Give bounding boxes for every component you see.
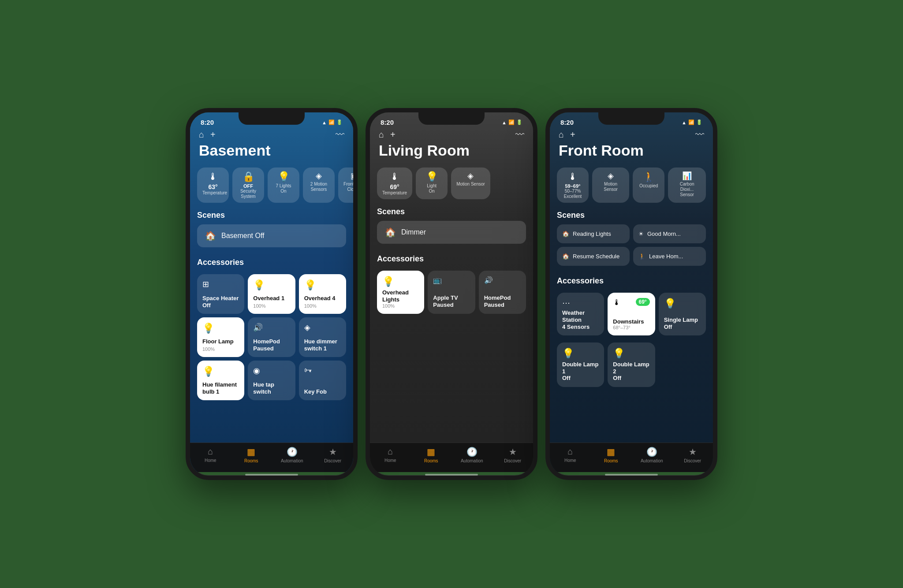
chip-motion-basement[interactable]: ◈ 2 MotionSensors <box>303 167 335 203</box>
tab-automation-basement[interactable]: 🕐 Automation <box>272 447 313 463</box>
accessories-section-living: Accessories <box>370 250 533 271</box>
room-nav-front: ⌂ + 〰 <box>559 130 704 140</box>
time-front: 8:20 <box>560 119 574 126</box>
acc-single-lamp[interactable]: 💡 Single LampOff <box>659 293 706 335</box>
acc-apple-tv[interactable]: 📺 Apple TVPaused <box>428 271 475 313</box>
home-icon-basement[interactable]: ⌂ <box>199 130 204 140</box>
acc-double-lamp1[interactable]: 💡 Double Lamp 1Off <box>557 342 604 387</box>
chip-temp-basement[interactable]: 🌡 63° Temperature <box>197 167 229 203</box>
room-title-basement: Basement <box>199 142 344 159</box>
acc-icon-space-heater: ⊞ <box>202 279 239 289</box>
acc-label-double-lamp1: Double Lamp 1Off <box>562 361 599 382</box>
notch-living <box>418 112 485 125</box>
accessories-grid-front-row1: ⋯ Weather Station4 Sensors 🌡 69° Downsta… <box>550 293 713 342</box>
scenes-section-basement: Scenes 🏠 Basement Off <box>190 206 353 253</box>
acc-label-overhead1: Overhead 1 <box>253 295 290 302</box>
scene-resume-schedule[interactable]: 🏠 Resume Schedule <box>557 247 630 266</box>
scene-good-morning[interactable]: ☀ Good Morn... <box>633 224 706 243</box>
accessories-grid-basement: ⊞ Space HeaterOff 💡 Overhead 1 100% 💡 Ov… <box>190 274 353 407</box>
chip-lights-basement[interactable]: 💡 7 LightsOn <box>268 167 299 203</box>
scene-icon-living: 🏠 <box>385 227 396 238</box>
tab-rooms-basement[interactable]: ▦ Rooms <box>231 447 272 463</box>
chip-light-living[interactable]: 💡 LightOn <box>416 167 448 199</box>
chip-motion-living[interactable]: ◈ Motion Sensor <box>451 167 490 199</box>
tab-automation-living[interactable]: 🕐 Automation <box>452 447 493 463</box>
tab-discover-front[interactable]: ★ Discover <box>672 447 713 463</box>
scene-label-living: Dimmer <box>401 228 426 236</box>
tab-discover-basement[interactable]: ★ Discover <box>313 447 354 463</box>
chip-temp-living[interactable]: 🌡 69° Temperature <box>377 167 412 199</box>
accessories-title-living: Accessories <box>377 254 526 264</box>
acc-homepod-basement[interactable]: 🔊 HomePodPaused <box>248 317 295 357</box>
acc-sublabel-overhead-lights: 100% <box>382 303 419 309</box>
scene-icon-morning: ☀ <box>638 231 644 237</box>
acc-icon-double-lamp1: 💡 <box>562 348 599 359</box>
acc-label-overhead-lights: OverheadLights <box>382 289 419 303</box>
tab-rooms-living[interactable]: ▦ Rooms <box>411 447 452 463</box>
accessories-title-basement: Accessories <box>197 258 346 267</box>
acc-icon-floor-lamp: 💡 <box>202 323 239 334</box>
acc-label-overhead4: Overhead 4 <box>304 295 341 302</box>
chip-security-basement[interactable]: 🔒 OFF SecuritySystem <box>232 167 264 203</box>
acc-space-heater[interactable]: ⊞ Space HeaterOff <box>197 274 244 314</box>
acc-homepod-living[interactable]: 🔊 HomePodPaused <box>479 271 526 313</box>
accessories-grid-front-row2: 💡 Double Lamp 1Off 💡 Double Lamp2Off <box>550 342 713 394</box>
acc-sublabel-overhead4: 100% <box>304 303 341 309</box>
notch-front <box>598 112 664 125</box>
acc-label-single-lamp: Single LampOff <box>664 316 701 330</box>
chips-basement: 🌡 63° Temperature 🔒 OFF SecuritySystem 💡… <box>190 163 353 206</box>
acc-key-fob[interactable]: 🗝 Key Fob <box>299 361 346 400</box>
dimmer-scene[interactable]: 🏠 Dimmer <box>377 221 526 244</box>
acc-badge-downstairs: 69° <box>636 298 650 306</box>
room-title-front: Front Room <box>559 142 704 159</box>
chips-living: 🌡 69° Temperature 💡 LightOn ◈ Motion Sen… <box>370 163 533 203</box>
home-icon-front[interactable]: ⌂ <box>559 130 564 140</box>
chip-motion-front[interactable]: ◈ Motion Sensor <box>592 167 629 203</box>
phone-basement: 8:20 ▲📶🔋 ⌂ + 〰 Basement <box>186 108 358 480</box>
chip-occupied-front[interactable]: 🚶 Occupied <box>633 167 664 203</box>
acc-floor-lamp[interactable]: 💡 Floor Lamp 100% <box>197 317 244 357</box>
acc-label-space-heater: Space HeaterOff <box>202 295 239 309</box>
tab-home-living[interactable]: ⌂ Home <box>370 447 411 463</box>
scene-reading-lights[interactable]: 🏠 Reading Lights <box>557 224 630 243</box>
tab-discover-living[interactable]: ★ Discover <box>493 447 534 463</box>
acc-icon-double-lamp2: 💡 <box>613 348 649 359</box>
tab-home-basement[interactable]: ⌂ Home <box>190 447 231 463</box>
acc-hue-dimmer[interactable]: ◈ Hue dimmerswitch 1 <box>299 317 346 357</box>
tab-automation-front[interactable]: 🕐 Automation <box>631 447 672 463</box>
basement-off-scene[interactable]: 🏠 Basement Off <box>197 224 346 247</box>
acc-label-hue-filament: Hue filamentbulb 1 <box>202 381 239 395</box>
acc-weather-station[interactable]: ⋯ Weather Station4 Sensors <box>557 293 604 335</box>
acc-double-lamp2[interactable]: 💡 Double Lamp2Off <box>608 342 655 387</box>
siri-icon-front[interactable]: 〰 <box>695 130 704 140</box>
acc-overhead1[interactable]: 💡 Overhead 1 100% <box>248 274 295 314</box>
acc-icon-hue-tap: ◉ <box>253 366 290 376</box>
acc-downstairs[interactable]: 🌡 69° Downstairs 68°–73° <box>608 293 655 335</box>
accessories-section-basement: Accessories <box>190 253 353 274</box>
acc-overhead-lights[interactable]: 💡 OverheadLights 100% <box>377 271 424 313</box>
tab-bar-living: ⌂ Home ▦ Rooms 🕐 Automation ★ Discover <box>370 443 533 472</box>
siri-icon-living[interactable]: 〰 <box>515 130 524 140</box>
acc-icon-hue-dimmer: ◈ <box>304 323 341 332</box>
chip-temp-front[interactable]: 🌡 59–69° 50–77%Excellent <box>557 167 589 203</box>
scene-label-leave: Leave Hom... <box>649 253 683 260</box>
tab-home-front[interactable]: ⌂ Home <box>550 447 591 463</box>
chip-co2-front[interactable]: 📊 Carbon Dioxi...Sensor <box>668 167 706 203</box>
acc-label-homepod-basement: HomePodPaused <box>253 338 290 352</box>
acc-hue-tap[interactable]: ◉ Hue tapswitch <box>248 361 295 400</box>
add-icon-basement[interactable]: + <box>210 130 216 140</box>
tab-rooms-front[interactable]: ▦ Rooms <box>591 447 632 463</box>
scene-leave-home[interactable]: 🚶 Leave Hom... <box>633 247 706 266</box>
add-icon-front[interactable]: + <box>570 130 575 140</box>
time-basement: 8:20 <box>201 119 214 126</box>
notch-basement <box>239 112 305 125</box>
add-icon-living[interactable]: + <box>390 130 396 140</box>
status-icons-living: ▲📶🔋 <box>502 119 522 125</box>
acc-overhead4[interactable]: 💡 Overhead 4 100% <box>299 274 346 314</box>
accessories-grid-living: 💡 OverheadLights 100% 📺 Apple TVPaused 🔊… <box>370 271 533 320</box>
chip-door-basement[interactable]: ▣ Front DoorClosed <box>338 167 353 203</box>
acc-icon-overhead4: 💡 <box>304 279 341 291</box>
siri-icon-basement[interactable]: 〰 <box>336 130 344 140</box>
home-icon-living[interactable]: ⌂ <box>379 130 384 140</box>
acc-hue-filament[interactable]: 💡 Hue filamentbulb 1 <box>197 361 244 400</box>
